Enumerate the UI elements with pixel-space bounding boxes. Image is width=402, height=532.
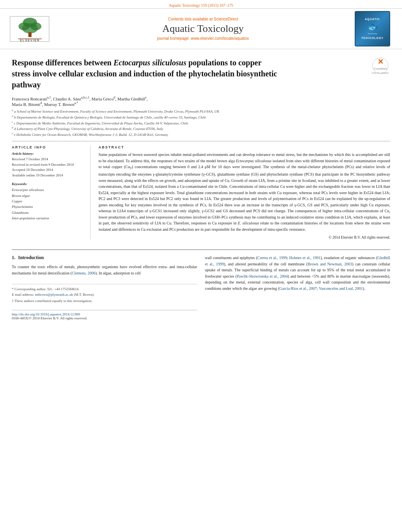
history-row-1: Received in revised form 9 December 2014 bbox=[12, 162, 84, 168]
body-two-col: 1. Introduction To counter the toxic eff… bbox=[12, 255, 390, 320]
body-divider bbox=[12, 249, 390, 250]
svg-text:ELSEVIER: ELSEVIER bbox=[20, 39, 40, 42]
journal-homepage: journal homepage: www.elsevier.com/locat… bbox=[59, 36, 347, 41]
journal-header: ELSEVIER Contents lists available at Sci… bbox=[0, 8, 402, 49]
footnote-area: * Corresponding author. Tel.: +44 175258… bbox=[12, 284, 197, 304]
keyword-5: Inter-population variation bbox=[12, 215, 84, 221]
crossmark-svg: ✕ CrossMark click for updates bbox=[370, 57, 390, 79]
garcia-rios-ref[interactable]: Garcia-Rios et al., 2007 bbox=[279, 286, 317, 291]
history-row-2: Accepted 10 December 2014 bbox=[12, 167, 84, 173]
keyword-2: Copper bbox=[12, 198, 84, 204]
keywords-title: Keywords: bbox=[12, 182, 84, 186]
clemens-ref[interactable]: Clemens, 2006 bbox=[72, 271, 95, 275]
article-title: Response differences between Ectocarpus … bbox=[12, 57, 280, 90]
journal-ref: Aquatic Toxicology 159 (2015) 167–175 bbox=[169, 3, 233, 7]
body-left-col: 1. Introduction To counter the toxic eff… bbox=[12, 255, 197, 320]
holmes-ref[interactable]: Holmes et al., 1991 bbox=[289, 256, 320, 260]
doi-line: http://dx.doi.org/10.1016/j.aquatox.2014… bbox=[12, 310, 197, 320]
correa-ref[interactable]: Correa et al., 1999 bbox=[257, 256, 287, 260]
article-info-column: ARTICLE INFO Article history: Received 7… bbox=[12, 145, 91, 239]
intro-right-text: wall constituents and epiphytes (Correa … bbox=[205, 255, 390, 291]
elsevier-tree-svg: ELSEVIER bbox=[10, 17, 49, 42]
issn-line: 0166-445X/© 2014 Elsevier B.V. All right… bbox=[12, 316, 197, 320]
doi-link[interactable]: http://dx.doi.org/10.1016/j.aquatox.2014… bbox=[12, 312, 197, 316]
intro-left-text: To counter the toxic effects of metals, … bbox=[12, 264, 197, 276]
page: Aquatic Toxicology 159 (2015) 167–175 EL… bbox=[0, 0, 402, 532]
footnote-corresponding: * Corresponding author. Tel.: +44 175258… bbox=[12, 287, 197, 297]
vasconcelos-ref[interactable]: Vasconcelos and Leal, 2001 bbox=[319, 286, 363, 291]
history-row-0: Received 7 October 2014 bbox=[12, 157, 84, 162]
svg-text:✕: ✕ bbox=[378, 58, 383, 66]
keywords-list: Ectocarpus siliculosus Brown algae Coppe… bbox=[12, 187, 84, 221]
footnote-equal-contrib: 1 These authors contributed equally to t… bbox=[12, 298, 197, 304]
body-section: 1. Introduction To counter the toxic eff… bbox=[0, 249, 402, 328]
keywords-section: Keywords: Ectocarpus siliculosus Brown a… bbox=[12, 182, 84, 221]
authors-line: Francesca Roncaratia,1, Claudio A. Sáeza… bbox=[12, 96, 390, 106]
brown-newman-ref[interactable]: Brown and Newman, 2003 bbox=[307, 262, 352, 266]
svg-rect-5 bbox=[28, 32, 32, 37]
abstract-text: Some populations of brown seaweed specie… bbox=[99, 152, 390, 232]
crossmark-badge[interactable]: ✕ CrossMark click for updates bbox=[370, 57, 390, 80]
journal-title: Aquatic Toxicology bbox=[59, 23, 347, 35]
wave-decoration: 〜〜〜 bbox=[368, 32, 377, 36]
copyright-line: © 2014 Elsevier B.V. All rights reserved… bbox=[99, 235, 390, 239]
journal-ref-bar: Aquatic Toxicology 159 (2015) 167–175 bbox=[0, 0, 402, 8]
svg-point-4 bbox=[22, 23, 38, 33]
article-info-heading: ARTICLE INFO bbox=[12, 145, 84, 149]
contents-available: Contents lists available at ScienceDirec… bbox=[59, 17, 347, 21]
abstract-column: ABSTRACT Some populations of brown seawe… bbox=[99, 145, 390, 239]
article-history: Article history: Received 7 October 2014… bbox=[12, 152, 84, 178]
body-right-col: wall constituents and epiphytes (Correa … bbox=[205, 255, 390, 320]
svg-text:click for updates: click for updates bbox=[372, 72, 389, 74]
info-abstract-section: ARTICLE INFO Article history: Received 7… bbox=[12, 145, 390, 239]
pawlik-ref[interactable]: Pawlik-Skowronska et al., 2004 bbox=[237, 274, 288, 278]
email-link[interactable]: mtbrown@plymouth.ac.uk bbox=[35, 293, 73, 297]
history-row-3: Available online 19 December 2014 bbox=[12, 173, 84, 178]
aquatic-toxicology-logo: AQUATIC 🐟 〜〜〜 TOXICOLOGY bbox=[355, 11, 390, 46]
keyword-3: Phytochelatins bbox=[12, 204, 84, 209]
journal-header-center: Contents lists available at ScienceDirec… bbox=[51, 17, 355, 41]
keyword-1: Brown algae bbox=[12, 193, 84, 198]
keyword-0: Ectocarpus siliculosus bbox=[12, 187, 84, 193]
history-title: Article history: bbox=[12, 152, 84, 156]
abstract-heading: ABSTRACT bbox=[99, 145, 390, 149]
svg-text:CrossMark: CrossMark bbox=[374, 67, 387, 70]
article-section: ✕ CrossMark click for updates Response d… bbox=[0, 49, 402, 243]
keyword-4: Glutathione bbox=[12, 210, 84, 215]
section-divider bbox=[12, 141, 390, 141]
elsevier-logo-box: ELSEVIER bbox=[10, 16, 49, 42]
elsevier-logo: ELSEVIER bbox=[8, 16, 51, 42]
fish-icon: 🐟 bbox=[367, 22, 378, 31]
intro-heading: 1. Introduction bbox=[12, 255, 197, 261]
affiliations: a a School of Marine Science and Environ… bbox=[12, 109, 390, 137]
